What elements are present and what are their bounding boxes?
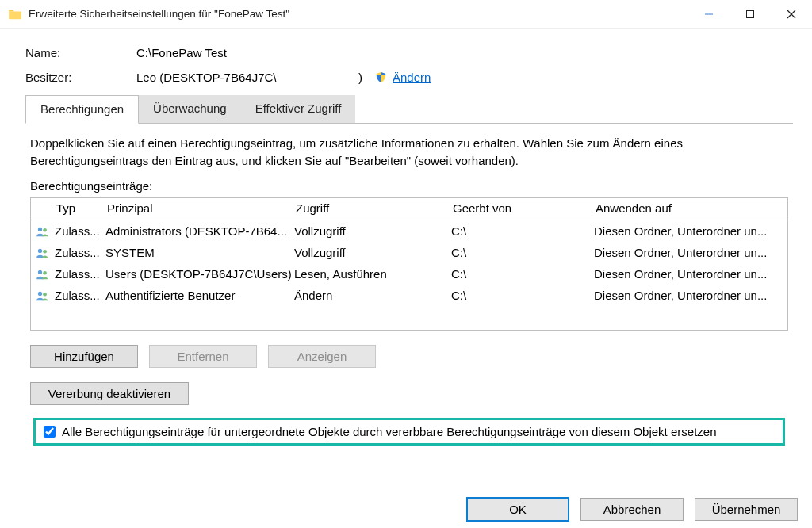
header-inherited[interactable]: Geerbt von [451, 201, 594, 215]
view-button: Anzeigen [268, 345, 376, 368]
cell-type: Zulass... [55, 285, 105, 306]
dialog-footer: OK Abbrechen Übernehmen [466, 490, 812, 528]
cell-principal: Authentifizierte Benutzer [105, 285, 294, 306]
cell-inherited: C:\ [451, 264, 594, 285]
replace-permissions-highlight: Alle Berechtigungseinträge für untergeor… [33, 418, 785, 446]
header-type[interactable]: Typ [55, 201, 105, 215]
tabs: Berechtigungen Überwachung Effektiver Zu… [25, 95, 793, 124]
cell-access: Lesen, Ausführen [294, 264, 451, 285]
folder-icon [8, 9, 22, 20]
instruction-text: Doppelklicken Sie auf einen Berechtigung… [30, 135, 788, 170]
group-icon [36, 247, 50, 258]
header-principal[interactable]: Prinzipal [105, 201, 294, 215]
svg-point-6 [38, 248, 42, 252]
name-row: Name: C:\FonePaw Test [25, 46, 793, 59]
header-applies[interactable]: Anwenden auf [594, 201, 787, 215]
group-icon [36, 269, 50, 280]
replace-permissions-checkbox[interactable] [44, 426, 56, 438]
owner-row: Besitzer: Leo (DESKTOP-7B64J7C\ ) Ändern [25, 71, 793, 84]
cell-inherited: C:\ [451, 285, 594, 306]
svg-point-11 [43, 292, 47, 296]
entries-label: Berechtigungseinträge: [30, 179, 788, 193]
svg-point-7 [43, 249, 47, 253]
tab-auditing[interactable]: Überwachung [139, 95, 241, 123]
maximize-button[interactable] [730, 0, 771, 28]
add-button[interactable]: Hinzufügen [30, 345, 138, 368]
header-access[interactable]: Zugriff [294, 201, 451, 215]
table-row[interactable]: Zulass... Administrators (DESKTOP-7B64..… [31, 220, 787, 242]
dialog-content: Name: C:\FonePaw Test Besitzer: Leo (DES… [0, 29, 812, 446]
minimize-button[interactable] [688, 0, 730, 28]
owner-name: Leo (DESKTOP-7B64J7C\ [136, 71, 276, 84]
cell-principal: Administrators (DESKTOP-7B64... [105, 221, 294, 242]
name-value: C:\FonePaw Test [136, 46, 227, 59]
name-label: Name: [25, 46, 136, 59]
owner-close-paren: ) [358, 71, 362, 84]
table-header: Typ Prinzipal Zugriff Geerbt von Anwende… [31, 198, 787, 220]
svg-point-9 [43, 270, 47, 274]
svg-point-10 [38, 291, 42, 295]
replace-permissions-label[interactable]: Alle Berechtigungseinträge für untergeor… [62, 425, 717, 438]
cell-inherited: C:\ [451, 243, 594, 263]
svg-point-4 [38, 227, 42, 231]
remove-button: Entfernen [149, 345, 257, 368]
window-buttons [688, 0, 812, 28]
change-owner-link[interactable]: Ändern [393, 71, 431, 84]
cell-principal: SYSTEM [105, 243, 294, 263]
disable-inheritance-button[interactable]: Vererbung deaktivieren [30, 382, 189, 405]
table-row[interactable]: Zulass... SYSTEM Vollzugriff C:\ Diesen … [31, 242, 787, 263]
close-button[interactable] [771, 0, 812, 28]
cell-access: Vollzugriff [294, 243, 451, 263]
cell-principal: Users (DESKTOP-7B64J7C\Users) [105, 264, 294, 285]
table-row[interactable]: Zulass... Users (DESKTOP-7B64J7C\Users) … [31, 263, 787, 285]
cell-applies: Diesen Ordner, Unterordner un... [594, 285, 787, 306]
cell-type: Zulass... [55, 243, 105, 263]
group-icon [36, 226, 50, 237]
svg-point-5 [43, 228, 47, 231]
cell-type: Zulass... [55, 264, 105, 285]
cell-applies: Diesen Ordner, Unterordner un... [594, 221, 787, 242]
cell-applies: Diesen Ordner, Unterordner un... [594, 243, 787, 263]
owner-value: Leo (DESKTOP-7B64J7C\ [136, 71, 358, 84]
cell-type: Zulass... [55, 221, 105, 242]
window-title: Erweiterte Sicherheitseinstellungen für … [29, 8, 688, 20]
cancel-button[interactable]: Abbrechen [580, 498, 684, 521]
ok-button[interactable]: OK [466, 497, 569, 522]
table-body: Zulass... Administrators (DESKTOP-7B64..… [31, 220, 787, 330]
tab-effective-access[interactable]: Effektiver Zugriff [241, 95, 356, 123]
group-icon [36, 290, 50, 301]
tab-permissions[interactable]: Berechtigungen [25, 95, 139, 124]
cell-inherited: C:\ [451, 221, 594, 242]
entry-buttons: Hinzufügen Entfernen Anzeigen [30, 345, 788, 368]
permissions-table: Typ Prinzipal Zugriff Geerbt von Anwende… [30, 197, 788, 331]
shield-icon [375, 71, 387, 83]
owner-label: Besitzer: [25, 71, 136, 84]
inheritance-buttons: Vererbung deaktivieren [30, 382, 788, 405]
cell-applies: Diesen Ordner, Unterordner un... [594, 264, 787, 285]
apply-button[interactable]: Übernehmen [695, 498, 798, 521]
table-row[interactable]: Zulass... Authentifizierte Benutzer Ände… [31, 285, 787, 306]
cell-access: Vollzugriff [294, 221, 451, 242]
cell-access: Ändern [294, 285, 451, 306]
svg-rect-1 [747, 10, 754, 17]
titlebar: Erweiterte Sicherheitseinstellungen für … [0, 0, 812, 29]
svg-point-8 [38, 270, 42, 274]
